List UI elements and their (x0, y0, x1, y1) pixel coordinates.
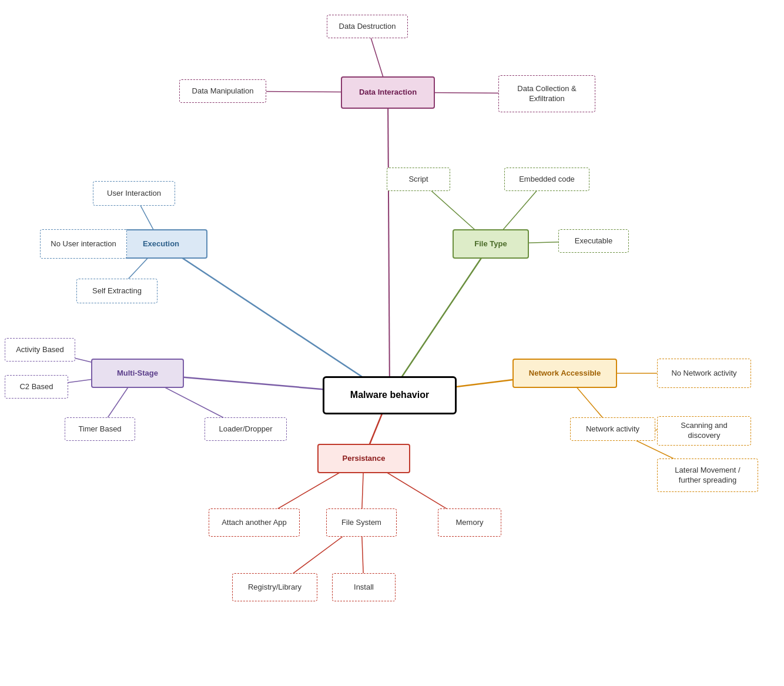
network-activity-node: Network activity (570, 417, 655, 441)
no-user-interaction-node: No User interaction (40, 229, 127, 259)
loader-dropper-node: Loader/Dropper (205, 417, 287, 441)
execution-node: Execution (115, 229, 207, 259)
script-node: Script (387, 168, 450, 191)
timer-based-node: Timer Based (65, 417, 135, 441)
install-node: Install (332, 573, 396, 601)
multi-stage-node: Multi-Stage (91, 359, 184, 388)
lateral-movement-node: Lateral Movement / further spreading (657, 459, 758, 492)
svg-line-8 (390, 244, 491, 395)
main-node: Malware behavior (323, 376, 457, 414)
attach-app-node: Attach another App (209, 508, 300, 537)
activity-based-node: Activity Based (5, 338, 75, 362)
registry-library-node: Registry/Library (232, 573, 317, 601)
data-collection-node: Data Collection & Exfiltration (498, 75, 595, 112)
svg-line-0 (388, 92, 390, 395)
network-accessible-node: Network Accessible (512, 359, 617, 388)
no-network-activity-node: No Network activity (657, 359, 751, 388)
data-manipulation-node: Data Manipulation (179, 79, 266, 103)
c2-based-node: C2 Based (5, 375, 68, 399)
file-type-node: File Type (453, 229, 529, 259)
diagram-container: Malware behavior Data Interaction Data D… (0, 0, 784, 686)
executable-node: Executable (558, 229, 629, 253)
data-destruction-node: Data Destruction (327, 15, 408, 38)
user-interaction-node: User Interaction (93, 181, 175, 206)
embedded-code-node: Embedded code (504, 168, 589, 191)
persistance-node: Persistance (317, 444, 410, 473)
self-extracting-node: Self Extracting (76, 279, 158, 303)
scanning-node: Scanning and discovery (657, 416, 751, 446)
memory-node: Memory (438, 508, 501, 537)
file-system-node: File System (326, 508, 397, 537)
data-interaction-node: Data Interaction (341, 76, 435, 109)
svg-line-4 (161, 244, 390, 395)
